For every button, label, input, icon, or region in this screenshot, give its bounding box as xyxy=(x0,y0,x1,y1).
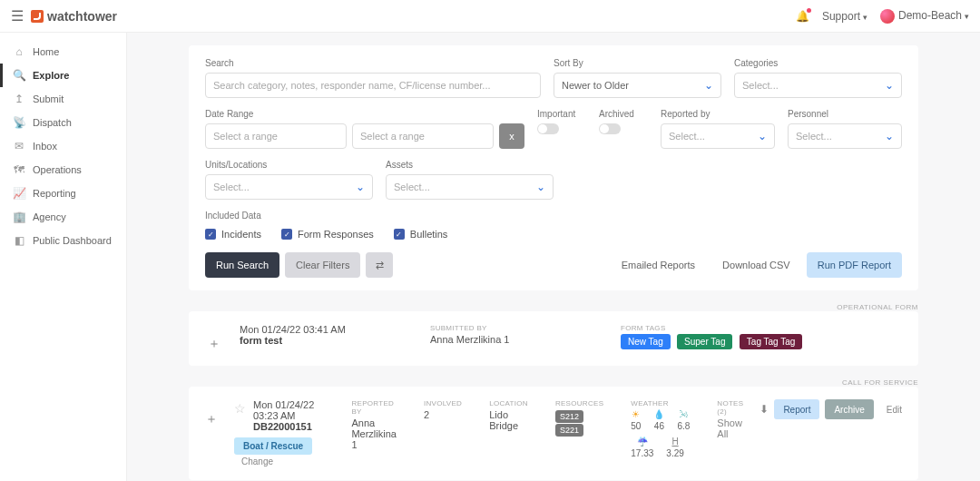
archived-toggle[interactable] xyxy=(599,123,621,134)
sidebar-item-inbox[interactable]: ✉Inbox xyxy=(0,134,126,158)
important-toggle[interactable] xyxy=(537,123,559,134)
daterange-to[interactable] xyxy=(352,123,494,149)
sidebar-item-reporting[interactable]: 📈Reporting xyxy=(0,182,126,205)
sortby-select[interactable]: Newer to Older xyxy=(554,73,721,98)
run-search-button[interactable]: Run Search xyxy=(205,252,279,278)
sidebar-item-public-dashboard[interactable]: ◧Public Dashboard xyxy=(0,229,126,252)
weather: ☀50 💧46 🌬6.8 xyxy=(631,409,690,431)
form-tags: New Tag Super Tag Tag Tag Tag xyxy=(621,334,806,349)
chart-icon: 📈 xyxy=(13,187,25,200)
assets-label: Assets xyxy=(386,160,554,170)
menu-icon[interactable]: ☰ xyxy=(11,7,24,25)
clear-filters-button[interactable]: Clear Filters xyxy=(285,252,360,278)
sidebar-item-operations[interactable]: 🗺Operations xyxy=(0,158,126,182)
tag[interactable]: New Tag xyxy=(621,334,671,349)
star-icon[interactable]: ☆ xyxy=(234,401,246,416)
sidebar-item-submit[interactable]: ↥Submit xyxy=(0,87,126,111)
incident-id: DB22000151 xyxy=(253,421,335,432)
sidebar-item-agency[interactable]: 🏢Agency xyxy=(0,205,126,229)
chk-incidents[interactable]: ✓Incidents xyxy=(205,229,261,240)
brand-icon xyxy=(31,10,44,23)
chk-bulletins[interactable]: ✓Bulletins xyxy=(394,229,448,240)
section-label-operational-form: OPERATIONAL FORM xyxy=(189,303,918,311)
show-all-link[interactable]: Show All xyxy=(717,417,743,439)
clear-date-button[interactable]: x xyxy=(499,123,524,149)
swap-sort-button[interactable]: ⇄ xyxy=(366,252,393,278)
download-icon[interactable]: ⬇ xyxy=(760,403,769,416)
support-menu[interactable]: Support▾ xyxy=(822,10,867,23)
search-label: Search xyxy=(205,58,541,68)
inbox-icon: ✉ xyxy=(13,140,25,152)
units-label: Units/Locations xyxy=(205,160,373,170)
emailed-reports-button[interactable]: Emailed Reports xyxy=(611,252,706,278)
result-card-form: ＋ Mon 01/24/22 03:41 AM form test SUBMIT… xyxy=(189,311,918,366)
submit-icon: ↥ xyxy=(13,93,25,105)
sidebar-item-dispatch[interactable]: 📡Dispatch xyxy=(0,111,126,134)
reportedby-label: Reported by xyxy=(661,109,775,119)
tag[interactable]: Super Tag xyxy=(677,334,732,349)
brand-text: watchtower xyxy=(47,9,117,24)
timestamp: Mon 01/24/22 03:41 AM xyxy=(240,324,394,335)
account-menu[interactable]: Demo-Beach▾ xyxy=(880,9,969,24)
search-icon: 🔍 xyxy=(13,69,25,82)
download-csv-button[interactable]: Download CSV xyxy=(711,252,801,278)
categories-select[interactable]: Select... xyxy=(734,73,902,98)
categories-label: Categories xyxy=(734,58,902,68)
building-icon: 🏢 xyxy=(13,211,25,223)
included-label: Included Data xyxy=(205,211,902,221)
expand-icon[interactable]: ＋ xyxy=(205,410,218,428)
brand[interactable]: watchtower xyxy=(31,9,117,24)
daterange-label: Date Range xyxy=(205,109,524,119)
filters-panel: Search Sort By Newer to Older Categories… xyxy=(189,45,918,290)
personnel-label: Personnel xyxy=(788,109,902,119)
report-button[interactable]: Report xyxy=(774,399,819,419)
form-tags-label: FORM TAGS xyxy=(621,324,806,332)
tag[interactable]: Tag Tag Tag xyxy=(740,334,803,349)
archived-label: Archived xyxy=(599,109,648,119)
submitted-by: Anna Merzlikina 1 xyxy=(430,334,584,345)
sidebar-item-explore[interactable]: 🔍Explore xyxy=(0,64,126,87)
reportedby-select[interactable]: Select... xyxy=(661,123,775,149)
submitted-by-label: SUBMITTED BY xyxy=(430,324,584,332)
daterange-from[interactable] xyxy=(205,123,347,149)
archive-button[interactable]: Archive xyxy=(825,399,873,419)
edit-link[interactable]: Edit xyxy=(887,405,902,415)
category-chip[interactable]: Boat / Rescue xyxy=(234,437,312,455)
bell-icon[interactable]: 🔔 xyxy=(796,10,809,23)
dispatch-icon: 📡 xyxy=(13,116,25,129)
sidebar-item-home[interactable]: ⌂Home xyxy=(0,40,126,64)
search-input[interactable] xyxy=(205,73,541,98)
notes-label: NOTES (2) xyxy=(717,399,743,416)
assets-select[interactable]: Select... xyxy=(386,174,554,200)
map-icon: 🗺 xyxy=(13,163,25,176)
chk-form-responses[interactable]: ✓Form Responses xyxy=(281,229,374,240)
expand-icon[interactable]: ＋ xyxy=(205,335,223,353)
timestamp: Mon 01/24/22 03:23 AM xyxy=(253,399,335,421)
sidebar: ⌂Home 🔍Explore ↥Submit 📡Dispatch ✉Inbox … xyxy=(0,33,127,481)
section-label-cfs: CALL FOR SERVICE xyxy=(189,378,918,387)
important-label: Important xyxy=(537,109,586,119)
result-card-incident: ＋ ☆ Mon 01/24/22 03:23 AM DB22000151 Boa… xyxy=(189,387,918,480)
home-icon: ⌂ xyxy=(13,45,25,58)
personnel-select[interactable]: Select... xyxy=(788,123,902,149)
units-select[interactable]: Select... xyxy=(205,174,373,200)
run-pdf-button[interactable]: Run PDF Report xyxy=(807,252,902,278)
change-link[interactable]: Change xyxy=(241,456,273,466)
form-title: form test xyxy=(240,335,394,346)
sortby-label: Sort By xyxy=(554,58,721,68)
dashboard-icon: ◧ xyxy=(13,234,25,247)
